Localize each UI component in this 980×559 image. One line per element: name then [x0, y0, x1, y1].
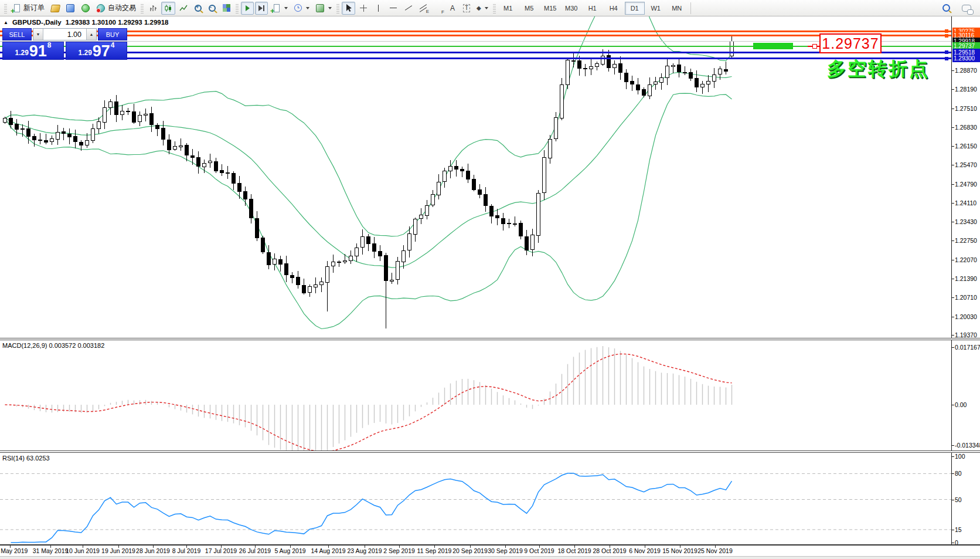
- periods-button[interactable]: [291, 2, 312, 15]
- timeframe-button-m15[interactable]: M15: [540, 2, 560, 15]
- price-axis-tick: 1.26830: [955, 124, 977, 131]
- pane-divider[interactable]: [0, 338, 980, 340]
- bar-chart-mode-button[interactable]: [146, 2, 160, 15]
- time-axis-label: 9 Oct 2019: [524, 547, 554, 554]
- mt4-window: { "toolbar": { "new_order": "新订单", "auto…: [0, 0, 980, 559]
- buy-button[interactable]: BUY: [98, 28, 127, 40]
- market-watch-button[interactable]: [48, 2, 62, 15]
- timeframe-button-m5[interactable]: M5: [519, 2, 539, 15]
- level-line-1.30116[interactable]: [0, 35, 951, 36]
- price-tag-1.29300[interactable]: 1.29300: [952, 55, 980, 62]
- timeframe-button-mn[interactable]: MN: [667, 2, 687, 15]
- pane-divider[interactable]: [0, 450, 980, 453]
- price-axis-tick: 1.24110: [955, 199, 976, 206]
- toolbar-separator: [690, 2, 691, 14]
- collapse-arrow-icon[interactable]: ▲: [4, 20, 8, 25]
- text-label-tool-button[interactable]: T: [460, 2, 473, 15]
- macd-pane[interactable]: MACD(12,26,9) 0.003572 0.003182: [0, 340, 951, 450]
- price-chart-pane[interactable]: 1.29737 多空转折点 ▲ GBPUSD-,Daily 1.29383 1.…: [0, 16, 951, 338]
- chevron-down-icon: [284, 7, 288, 11]
- level-line-1.29300[interactable]: [0, 57, 951, 59]
- chart-shift-button[interactable]: [255, 2, 268, 15]
- fibonacci-icon: F: [433, 4, 443, 13]
- timeframe-button-h1[interactable]: H1: [583, 2, 603, 15]
- volume-increase-button[interactable]: ▲: [86, 29, 96, 40]
- channel-icon: E: [419, 4, 427, 12]
- text-tool-button[interactable]: A: [446, 2, 459, 15]
- chat-button[interactable]: [959, 2, 974, 15]
- crosshair-tool-button[interactable]: [356, 2, 370, 15]
- highlight-zone[interactable]: [753, 43, 793, 49]
- level-handle[interactable]: [945, 50, 948, 54]
- toolbar-grip[interactable]: [141, 3, 144, 13]
- vertical-line-tool-button[interactable]: [372, 2, 385, 15]
- arrows-tool-button[interactable]: ◆: [474, 2, 491, 15]
- vertical-line-icon: [378, 5, 379, 12]
- signals-button[interactable]: [79, 2, 93, 15]
- toolbar-grip[interactable]: [4, 3, 7, 13]
- timeframe-button-m1[interactable]: M1: [498, 2, 518, 15]
- time-axis-label: 10 Jun 2019: [66, 547, 100, 554]
- auto-scroll-button[interactable]: [241, 2, 254, 15]
- cursor-tool-button[interactable]: [342, 2, 355, 15]
- time-axis-label: 31 May 2019: [33, 547, 69, 554]
- price-axis[interactable]: 1.302751.301161.299181.297371.295181.293…: [951, 16, 980, 546]
- volume-value[interactable]: 1.00: [43, 29, 86, 40]
- tile-windows-button[interactable]: [220, 2, 233, 15]
- autotrading-button[interactable]: 自动交易: [94, 2, 138, 15]
- chart-header: ▲ GBPUSD-,Daily 1.29383 1.30100 1.29293 …: [4, 19, 169, 26]
- level-handle[interactable]: [945, 29, 948, 33]
- fibonacci-tool-button[interactable]: F: [431, 2, 445, 15]
- time-axis-label: 2 Sep 2019: [383, 547, 415, 554]
- toolbar-grip[interactable]: [236, 3, 239, 13]
- horizontal-line-tool-button[interactable]: [386, 2, 400, 15]
- timeframe-button-h4[interactable]: H4: [604, 2, 624, 15]
- cursor-icon: [344, 4, 353, 12]
- market-watch-icon: [50, 4, 60, 13]
- search-button[interactable]: [940, 2, 952, 15]
- timeframe-button-m30[interactable]: M30: [562, 2, 581, 15]
- rsi-pane[interactable]: RSI(14) 63.0253: [0, 453, 951, 544]
- volume-decrease-button[interactable]: ▼: [33, 29, 43, 40]
- level-line-1.29518[interactable]: [0, 52, 951, 53]
- buy-price-sup: 4: [111, 41, 115, 49]
- time-axis-label: 11 Sep 2019: [417, 547, 452, 554]
- toolbar-grip[interactable]: [336, 3, 339, 13]
- chevron-down-icon: [306, 7, 309, 11]
- chart-shift-icon: [258, 5, 264, 11]
- level-handle[interactable]: [945, 57, 948, 60]
- tile-windows-icon: [223, 4, 230, 12]
- sell-price-box[interactable]: 1.29 91 8: [2, 42, 64, 60]
- candlestick-mode-button[interactable]: [161, 2, 175, 15]
- line-chart-mode-button[interactable]: [176, 2, 190, 15]
- trendline-tool-button[interactable]: [401, 2, 416, 15]
- level-line-1.29918[interactable]: [0, 41, 951, 42]
- time-axis[interactable]: 22 May 201931 May 201910 Jun 201919 Jun …: [0, 546, 980, 556]
- toolbar-grip[interactable]: [493, 3, 496, 13]
- level-handle[interactable]: [945, 34, 948, 38]
- data-window-button[interactable]: [63, 2, 77, 15]
- data-window-icon: [66, 4, 75, 13]
- price-axis-tick: 1.28870: [955, 67, 977, 74]
- templates-button[interactable]: [313, 2, 334, 15]
- time-axis-label: 25 Nov 2019: [697, 547, 733, 554]
- new-chart-button[interactable]: [269, 2, 290, 15]
- chinese-annotation-text[interactable]: 多空转折点: [827, 56, 930, 82]
- callout-anchor[interactable]: [812, 44, 817, 49]
- equidistant-channel-tool-button[interactable]: E: [417, 2, 430, 15]
- macd-label: MACD(12,26,9) 0.003572 0.003182: [2, 342, 104, 349]
- buy-price-big: 97: [93, 43, 110, 59]
- price-axis-tick: 1.24790: [955, 181, 977, 188]
- new-order-button[interactable]: 新订单: [9, 2, 47, 15]
- search-icon: [942, 4, 950, 12]
- buy-price-box[interactable]: 1.29 97 4: [66, 42, 127, 60]
- time-axis-label: 22 May 2019: [0, 547, 28, 554]
- zoom-in-button[interactable]: +: [192, 2, 205, 15]
- timeframe-button-w1[interactable]: W1: [646, 2, 666, 15]
- price-axis-tick: 1.26150: [955, 143, 977, 150]
- level-line-1.30275[interactable]: [0, 31, 951, 32]
- price-annotation-label[interactable]: 1.29737: [819, 33, 882, 53]
- sell-button[interactable]: SELL: [2, 28, 32, 40]
- timeframe-button-d1[interactable]: D1: [625, 2, 645, 15]
- zoom-out-button[interactable]: -: [206, 2, 219, 15]
